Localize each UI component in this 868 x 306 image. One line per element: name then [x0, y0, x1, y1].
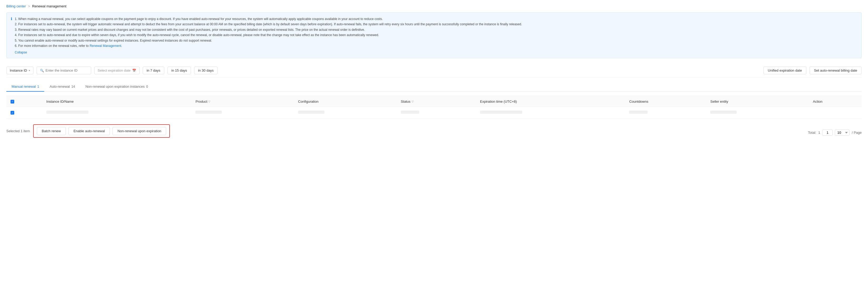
pagination: Total: 1 10 20 50 100 / Page [808, 129, 862, 135]
page-size-label: / Page [852, 131, 862, 134]
renewal-table: Instance ID/Name Product ▽ Configuration [6, 96, 862, 119]
status-filter-icon[interactable]: ▽ [412, 100, 414, 103]
info-point-4: 4. For instances set to auto-renewal and… [15, 32, 857, 38]
page-size-select[interactable]: 10 20 50 100 [835, 129, 849, 135]
tab-auto-renewal[interactable]: Auto-renewal 14 [44, 82, 80, 92]
renewal-management-link[interactable]: Renewal Management [90, 44, 121, 48]
seller-skeleton [710, 111, 737, 114]
product-skeleton [195, 111, 222, 114]
table-container: Instance ID/Name Product ▽ Configuration [6, 96, 862, 119]
row-seller-cell [706, 106, 809, 119]
breadcrumb-parent[interactable]: Billing center [6, 4, 26, 8]
countdown-skeleton [629, 111, 648, 114]
breadcrumb-current: Renewal management [32, 4, 66, 8]
row-expiration-cell [476, 106, 625, 119]
row-product-cell [191, 106, 294, 119]
info-content: 1. When making a manual renewal, you can… [15, 16, 857, 54]
row-checkbox-cell [6, 106, 42, 119]
set-auto-renewal-button[interactable]: Set auto-renewal billing date [809, 67, 862, 74]
row-instance-cell [42, 106, 191, 119]
product-filter-icon[interactable]: ▽ [208, 100, 210, 103]
col-countdown: Countdowns [625, 96, 706, 107]
pagination-total-label: Total: [808, 131, 816, 134]
filter-30days-button[interactable]: in 30 days [194, 67, 218, 74]
info-point-1: 1. When making a manual renewal, you can… [15, 16, 857, 22]
config-skeleton [298, 111, 324, 114]
selection-highlight: Batch renew Enable auto-renewal Non-rene… [33, 124, 170, 138]
enable-auto-renewal-button[interactable]: Enable auto-renewal [68, 127, 110, 135]
unified-expiration-button[interactable]: Unified expiration date [764, 67, 806, 74]
row-action-cell: Renew Enable auto-renewal ··· Non-renewa… [809, 106, 862, 119]
tabs: Manual renewal 1 Auto-renewal 14 Non-ren… [6, 82, 862, 92]
filter-bar: Instance ID ▾ 🔍 Select expiration date 📅… [6, 63, 862, 78]
page-container: Billing center > Renewal management ℹ 1.… [0, 0, 868, 306]
col-product: Product ▽ [191, 96, 294, 107]
instance-id-label: Instance ID [10, 68, 27, 72]
chevron-down-icon: ▾ [29, 69, 30, 72]
select-all-checkbox[interactable] [10, 100, 14, 103]
info-box: ℹ 1. When making a manual renewal, you c… [6, 12, 862, 58]
search-input[interactable] [45, 68, 88, 72]
non-renewal-button[interactable]: Non-renewal upon expiration [113, 127, 166, 135]
col-action: Action [809, 96, 862, 107]
expiration-skeleton [480, 111, 522, 114]
instance-skeleton [46, 111, 89, 114]
col-instance: Instance ID/Name [42, 96, 191, 107]
page-input[interactable] [822, 129, 833, 135]
col-expiration: Expiration time (UTC+8) [476, 96, 625, 107]
info-point-2: 2. For instances set to auto-renewal, th… [15, 22, 857, 27]
instance-id-select[interactable]: Instance ID ▾ [6, 67, 33, 74]
row-checkbox[interactable] [10, 111, 14, 115]
filter-15days-button[interactable]: in 15 days [167, 67, 191, 74]
bottom-bar: Selected 1 item Batch renew Enable auto-… [6, 122, 862, 140]
row-countdown-cell [625, 106, 706, 119]
info-icon: ℹ [11, 17, 12, 54]
filter-7days-button[interactable]: in 7 days [143, 67, 164, 74]
tab-manual-renewal[interactable]: Manual renewal 1 [6, 82, 44, 92]
selected-info: Selected 1 item [6, 129, 30, 133]
col-checkbox [6, 96, 42, 107]
info-point-3: 3. Renewal rates may vary based on curre… [15, 27, 857, 32]
breadcrumb: Billing center > Renewal management [6, 4, 862, 8]
calendar-icon: 📅 [132, 69, 136, 72]
col-config: Configuration [294, 96, 397, 107]
batch-renew-button[interactable]: Batch renew [37, 127, 66, 135]
status-skeleton [401, 111, 419, 114]
row-config-cell [294, 106, 397, 119]
search-icon: 🔍 [40, 69, 44, 72]
row-status-cell [397, 106, 476, 119]
search-input-wrapper: 🔍 [37, 67, 91, 74]
pagination-total: 1 [818, 131, 820, 134]
info-point-6: 6. For more information on the renewal r… [15, 43, 857, 49]
date-select[interactable]: Select expiration date 📅 [94, 67, 140, 74]
table-row: Renew Enable auto-renewal ··· Non-renewa… [6, 106, 862, 119]
collapse-link[interactable]: Collapse [15, 51, 27, 54]
col-seller: Seller entity [706, 96, 809, 107]
tab-non-renewal[interactable]: Non-renewal upon expiration instances 0 [80, 82, 153, 92]
breadcrumb-separator: > [28, 4, 30, 8]
info-point-5: 5. You cannot enable auto-renewal or mod… [15, 38, 857, 43]
col-status: Status ▽ [397, 96, 476, 107]
date-placeholder: Select expiration date [98, 68, 131, 72]
